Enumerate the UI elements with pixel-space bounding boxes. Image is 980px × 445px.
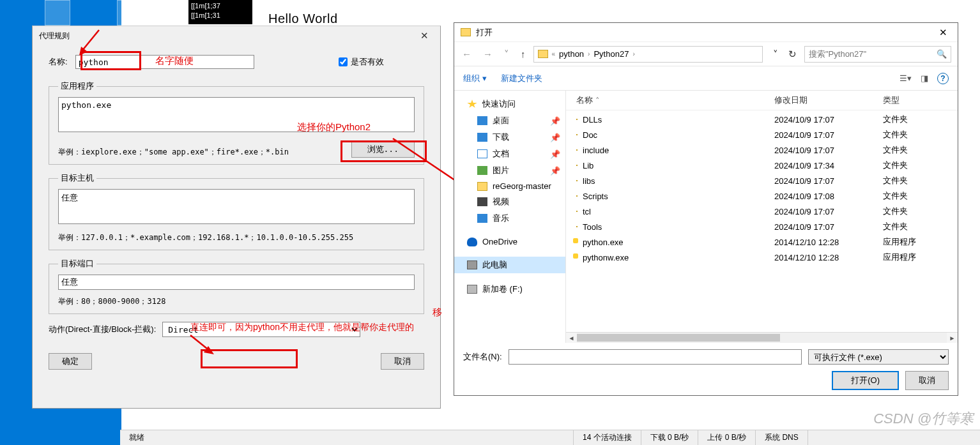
file-row[interactable]: pythonw.exe2014/12/10 12:28应用程序 xyxy=(566,250,958,265)
tree-downloads[interactable]: 下载📌 xyxy=(454,129,565,146)
ok-button[interactable]: 确定 xyxy=(49,353,92,370)
terminal-snippet: [[1m[1;37 [[1m[1;31 xyxy=(188,0,252,24)
port-input[interactable] xyxy=(58,275,415,290)
action-select[interactable]: Direct xyxy=(162,322,360,337)
desktop-icon[interactable] xyxy=(45,0,70,26)
file-row[interactable]: Scripts2024/10/9 17:08文件夹 xyxy=(566,188,958,204)
nav-recent-icon[interactable]: ˅ xyxy=(500,47,513,61)
file-name: Scripts xyxy=(583,192,608,201)
tree-pictures[interactable]: 图片📌 xyxy=(454,162,565,179)
view-icon[interactable]: ☰▾ xyxy=(900,73,912,83)
tree-onedrive[interactable]: OneDrive xyxy=(454,234,565,249)
scroll-right-icon[interactable]: ► xyxy=(947,335,958,342)
tree-thispc[interactable]: 此电脑 xyxy=(454,257,565,273)
sort-icon: ˄ xyxy=(595,96,600,105)
tree-documents[interactable]: 文档📌 xyxy=(454,146,565,162)
picture-icon xyxy=(477,166,487,175)
file-type: 应用程序 xyxy=(883,236,934,248)
col-date[interactable]: 修改日期 xyxy=(774,94,883,106)
folder-icon xyxy=(576,149,578,151)
open-file-dialog: 打开 ✕ ← → ˅ ↑ « python › Python27 › ˅ ↻ 搜… xyxy=(454,22,958,396)
file-date: 2024/10/9 17:07 xyxy=(774,222,883,232)
file-row[interactable]: tcl2024/10/9 17:07文件夹 xyxy=(566,204,958,219)
tree-regeorg[interactable]: reGeorg-master xyxy=(454,179,565,193)
valid-checkbox-label[interactable]: 是否有效 xyxy=(339,56,384,68)
file-filter-select[interactable]: 可执行文件 (*.exe) xyxy=(808,349,949,365)
scroll-thumb[interactable] xyxy=(577,334,780,342)
exe-icon xyxy=(576,257,578,258)
file-type: 文件夹 xyxy=(883,144,934,156)
file-name: DLLs xyxy=(583,115,602,124)
file-type: 文件夹 xyxy=(883,129,934,140)
star-icon xyxy=(467,100,477,109)
action-label: 动作(Direct-直接/Block-拦截): xyxy=(49,324,156,335)
open-button[interactable]: 打开(O) xyxy=(832,371,899,390)
dialog-titlebar[interactable]: 代理规则 ✕ xyxy=(33,26,440,45)
file-name: Tools xyxy=(583,222,602,232)
tree-quick-access[interactable]: 快速访问 xyxy=(454,96,565,112)
desktop-icon[interactable] xyxy=(117,0,142,26)
valid-checkbox[interactable] xyxy=(339,57,348,66)
cancel-button[interactable]: 取消 xyxy=(905,371,949,390)
file-row[interactable]: libs2024/10/9 17:07文件夹 xyxy=(566,173,958,188)
file-date: 2024/10/9 17:07 xyxy=(774,176,883,186)
app-input[interactable]: python.exe xyxy=(58,97,415,132)
nav-back-icon[interactable]: ← xyxy=(458,47,475,61)
organize-button[interactable]: 组织 ▾ xyxy=(463,73,487,84)
proxy-rule-dialog: 代理规则 ✕ 名称: 是否有效 应用程序 python.exe 举例：iexpl… xyxy=(32,26,441,409)
file-row[interactable]: include2024/10/9 17:07文件夹 xyxy=(566,142,958,158)
column-header[interactable]: 名称˄ 修改日期 类型 xyxy=(566,91,958,110)
close-icon[interactable]: ✕ xyxy=(935,27,951,38)
status-bar: 就绪 14 个活动连接 下载 0 B/秒 上传 0 B/秒 系统 DNS xyxy=(120,430,980,445)
file-date: 2024/10/9 17:07 xyxy=(774,130,883,140)
filename-label: 文件名(N): xyxy=(463,351,502,363)
new-folder-button[interactable]: 新建文件夹 xyxy=(501,73,542,84)
file-row[interactable]: python.exe2014/12/10 12:28应用程序 xyxy=(566,234,958,250)
host-fieldset: 目标主机 任意 举例：127.0.0.1；*.example.com；192.1… xyxy=(49,172,424,250)
search-input[interactable]: 搜索"Python27" 🔍 xyxy=(804,46,951,63)
tree-videos[interactable]: 视频 xyxy=(454,193,565,210)
host-input[interactable]: 任意 xyxy=(58,189,415,224)
file-row[interactable]: DLLs2024/10/9 17:07文件夹 xyxy=(566,112,958,127)
filename-input[interactable] xyxy=(509,349,802,365)
col-type[interactable]: 类型 xyxy=(883,94,934,106)
tree-desktop[interactable]: 桌面📌 xyxy=(454,112,565,129)
tree-music[interactable]: 音乐 xyxy=(454,210,565,227)
preview-icon[interactable]: ◨ xyxy=(921,73,928,83)
file-row[interactable]: Tools2024/10/9 17:07文件夹 xyxy=(566,219,958,234)
col-name[interactable]: 名称 xyxy=(576,94,593,106)
app-fieldset: 应用程序 python.exe 举例：iexplore.exe；"some ap… xyxy=(49,80,424,165)
host-example: 举例：127.0.0.1；*.example.com；192.168.1.*；1… xyxy=(58,232,415,243)
pin-icon: 📌 xyxy=(550,133,560,142)
file-name: tcl xyxy=(583,207,591,216)
address-bar[interactable]: « python › Python27 › xyxy=(533,46,763,63)
nav-tree[interactable]: 快速访问 桌面📌 下载📌 文档📌 图片📌 reGeorg-master 视频 音… xyxy=(454,91,566,343)
open-dialog-titlebar[interactable]: 打开 ✕ xyxy=(454,23,958,42)
dialog-title-text: 代理规则 xyxy=(39,31,70,41)
status-dns: 系统 DNS xyxy=(756,430,808,445)
nav-up-icon[interactable]: ↑ xyxy=(517,47,530,61)
name-label: 名称: xyxy=(49,56,68,68)
breadcrumb-item[interactable]: python xyxy=(559,49,584,59)
file-row[interactable]: Doc2024/10/9 17:07文件夹 xyxy=(566,127,958,142)
name-input[interactable] xyxy=(75,55,254,69)
port-legend: 目标端口 xyxy=(58,258,96,269)
file-type: 文件夹 xyxy=(883,175,934,186)
nav-bar: ← → ˅ ↑ « python › Python27 › ˅ ↻ 搜索"Pyt… xyxy=(454,42,958,66)
folder-icon xyxy=(576,180,578,181)
folder-icon xyxy=(576,134,578,135)
browse-button[interactable]: 浏览... xyxy=(351,141,415,158)
close-icon[interactable]: ✕ xyxy=(415,30,434,41)
file-row[interactable]: Lib2024/10/9 17:34文件夹 xyxy=(566,158,958,173)
cancel-button[interactable]: 取消 xyxy=(381,353,424,370)
help-icon[interactable]: ? xyxy=(937,73,949,84)
refresh-icon[interactable]: ↻ xyxy=(785,47,800,61)
breadcrumb-item[interactable]: Python27 xyxy=(593,49,629,59)
desktop-icon xyxy=(477,116,487,125)
h-scrollbar[interactable]: ◄ ► xyxy=(566,332,958,343)
scroll-left-icon[interactable]: ◄ xyxy=(566,335,577,342)
pc-icon xyxy=(467,260,477,269)
search-icon: 🔍 xyxy=(937,49,947,59)
addr-dropdown-icon[interactable]: ˅ xyxy=(769,47,782,61)
tree-volume[interactable]: 新加卷 (F:) xyxy=(454,281,565,298)
